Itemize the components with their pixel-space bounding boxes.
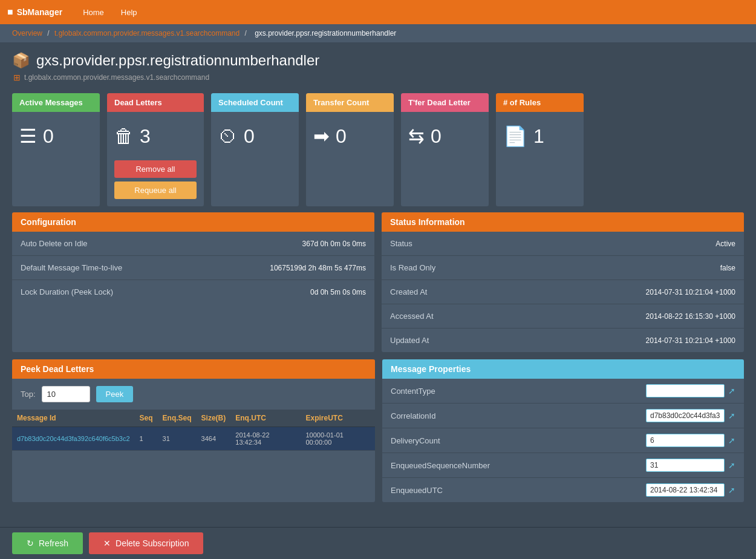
stat-transfer-count: Transfer Count ➡ 0: [306, 93, 394, 206]
status-row-1: Is Read Only false: [382, 256, 744, 280]
peek-panel: Peek Dead Letters Top: Peek Message Id S…: [12, 359, 375, 502]
refresh-icon: ↻: [27, 538, 34, 544]
refresh-button[interactable]: ↻ Refresh: [12, 532, 83, 544]
messages-table-body: d7b83d0c20c44d3fa392c640f6c5b3c2 1 31 34…: [12, 427, 375, 451]
prop-row-0: ContentType ➚: [382, 379, 744, 404]
breadcrumb-parent[interactable]: t.globalx.common.provider.messages.v1.se…: [54, 29, 240, 38]
prop-row-2: DeliveryCount ➚: [382, 428, 744, 453]
config-label-1: Default Message Time-to-live: [21, 263, 122, 272]
breadcrumb-overview[interactable]: Overview: [12, 29, 42, 38]
grid-icon: ⊞: [13, 73, 21, 82]
prop-value-2: ➚: [646, 434, 735, 447]
prop-row-1: CorrelationId ➚: [382, 404, 744, 428]
arrow-icon: ➡: [313, 125, 330, 148]
stat-num-rules: # of Rules 📄 1: [496, 93, 584, 206]
messages-table: Message Id Seq Enq.Seq Size(B) Enq.UTC E…: [12, 410, 375, 451]
prop-input-2[interactable]: [646, 434, 725, 447]
status-label-3: Accessed At: [390, 312, 434, 321]
breadcrumb-sep2: /: [245, 29, 249, 38]
subtitle-row: ⊞ t.globalx.common.provider.messages.v1.…: [12, 73, 744, 82]
peek-button[interactable]: Peek: [96, 386, 134, 402]
stat-tfer-dead-letter: T'fer Dead Letter ⇆ 0: [401, 93, 489, 206]
table-row[interactable]: d7b83d0c20c44d3fa392c640f6c5b3c2 1 31 34…: [12, 427, 375, 451]
stat-num-rules-body: 📄 1: [496, 112, 584, 160]
edit-icon-2[interactable]: ➚: [728, 436, 735, 445]
requeue-all-button[interactable]: Requeue all: [114, 181, 197, 199]
peek-controls: Top: Peek: [12, 379, 375, 410]
message-id-link[interactable]: d7b83d0c20c44d3fa392c640f6c5b3c2: [17, 435, 130, 442]
nav-home[interactable]: Home: [74, 0, 112, 24]
brand-icon: ■: [7, 7, 13, 18]
navbar: ■ SbManager Home Help: [0, 0, 756, 24]
top-input[interactable]: [42, 386, 90, 402]
status-label-1: Is Read Only: [390, 263, 435, 272]
page-title-row: 📦 gxs.provider.ppsr.registrationnumberha…: [12, 52, 744, 69]
shuffle-icon: ⇆: [408, 125, 425, 148]
prop-input-3[interactable]: [646, 459, 725, 472]
message-properties-header: Message Properties: [382, 359, 744, 379]
col-enq-utc: Enq.UTC: [230, 410, 301, 427]
config-row-1: Default Message Time-to-live 10675199d 2…: [12, 256, 374, 280]
cell-expire-utc: 10000-01-01 00:00:00: [301, 427, 375, 451]
prop-value-0: ➚: [646, 384, 735, 397]
status-label-4: Updated At: [390, 336, 429, 345]
stat-dead-letters-header: Dead Letters: [107, 93, 204, 112]
delete-icon: ✕: [103, 538, 111, 544]
prop-input-1[interactable]: [646, 409, 725, 422]
brand: ■ SbManager: [7, 7, 62, 18]
config-row-2: Lock Duration (Peek Lock) 0d 0h 5m 0s 0m…: [12, 280, 374, 304]
edit-icon-3[interactable]: ➚: [728, 460, 735, 470]
stat-transfer-count-value: 0: [336, 125, 347, 148]
col-message-id: Message Id: [12, 410, 135, 427]
config-value-2: 0d 0h 5m 0s 0ms: [310, 288, 366, 296]
message-properties-panel: Message Properties ContentType ➚ Correla…: [382, 359, 744, 502]
prop-label-2: DeliveryCount: [391, 436, 440, 445]
status-value-0: Active: [715, 240, 735, 248]
status-row-2: Created At 2014-07-31 10:21:04 +1000: [382, 280, 744, 304]
nav-help[interactable]: Help: [112, 0, 146, 24]
rules-icon: 📄: [503, 125, 527, 148]
configuration-panel: Configuration Auto Delete on Idle 367d 0…: [12, 212, 374, 352]
status-header: Status Information: [382, 212, 744, 232]
prop-value-4: ➚: [646, 483, 735, 497]
prop-label-3: EnqueuedSequenceNumber: [391, 461, 490, 470]
stat-transfer-count-header: Transfer Count: [306, 93, 394, 112]
cell-seq: 1: [135, 427, 158, 451]
breadcrumb-sep1: /: [47, 29, 51, 38]
config-label-2: Lock Duration (Peek Lock): [21, 287, 113, 296]
edit-icon-0[interactable]: ➚: [728, 386, 735, 396]
delete-subscription-button[interactable]: ✕ Delete Subscription: [89, 532, 203, 544]
stat-tfer-dead-letter-header: T'fer Dead Letter: [401, 93, 489, 112]
configuration-header: Configuration: [12, 212, 374, 232]
messages-table-head: Message Id Seq Enq.Seq Size(B) Enq.UTC E…: [12, 410, 375, 427]
remove-all-button[interactable]: Remove all: [114, 160, 197, 178]
prop-input-0[interactable]: [646, 384, 725, 397]
cell-enq-utc: 2014-08-22 13:42:34: [230, 427, 301, 451]
config-value-1: 10675199d 2h 48m 5s 477ms: [270, 264, 366, 272]
col-seq: Seq: [135, 410, 158, 427]
cell-enq-seq: 31: [158, 427, 197, 451]
status-row-4: Updated At 2014-07-31 10:21:04 +1000: [382, 329, 744, 352]
cell-message-id: d7b83d0c20c44d3fa392c640f6c5b3c2: [12, 427, 135, 451]
col-size: Size(B): [197, 410, 231, 427]
stat-transfer-count-body: ➡ 0: [306, 112, 394, 160]
config-value-0: 367d 0h 0m 0s 0ms: [302, 240, 366, 248]
stat-dead-letters: Dead Letters 🗑 3 Remove all Requeue all: [107, 93, 204, 206]
status-value-2: 2014-07-31 10:21:04 +1000: [646, 288, 735, 296]
prop-input-4[interactable]: [646, 483, 725, 497]
stat-tfer-dead-letter-value: 0: [431, 125, 442, 148]
footer-bar: ↻ Refresh ✕ Delete Subscription: [0, 527, 756, 544]
delete-label: Delete Subscription: [116, 538, 189, 544]
status-label-2: Created At: [390, 287, 427, 296]
status-row-3: Accessed At 2014-08-22 16:15:30 +1000: [382, 304, 744, 329]
bottom-row: Peek Dead Letters Top: Peek Message Id S…: [0, 359, 756, 544]
messages-table-header-row: Message Id Seq Enq.Seq Size(B) Enq.UTC E…: [12, 410, 375, 427]
edit-icon-1[interactable]: ➚: [728, 411, 735, 420]
edit-icon-4[interactable]: ➚: [728, 485, 735, 495]
stat-active-messages-header: Active Messages: [12, 93, 100, 112]
breadcrumb: Overview / t.globalx.common.provider.mes…: [0, 24, 756, 42]
page-title: gxs.provider.ppsr.registrationnumberhand…: [36, 52, 319, 69]
stat-num-rules-value: 1: [533, 125, 544, 148]
refresh-label: Refresh: [39, 538, 68, 544]
status-value-1: false: [720, 264, 735, 272]
